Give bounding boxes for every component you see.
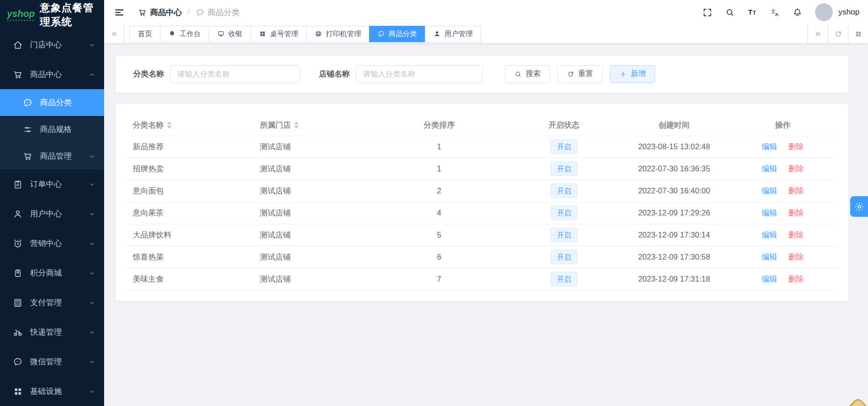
breadcrumb-separator: /	[188, 8, 190, 17]
order-icon	[13, 179, 23, 190]
tab[interactable]: 首页	[129, 26, 160, 42]
form-button[interactable]: 重置	[558, 65, 603, 83]
sidebar-item[interactable]: 商品中心	[0, 60, 104, 89]
store-name-input[interactable]	[356, 65, 483, 83]
breadcrumb-section[interactable]: 商品中心	[150, 7, 182, 18]
edit-link[interactable]: 编辑	[762, 164, 777, 173]
grid-filled-icon	[854, 30, 862, 38]
table-column-header[interactable]: 创建时间	[620, 115, 729, 136]
tab[interactable]: 工作台	[160, 26, 209, 42]
category-table: 分类名称 所属门店	[127, 115, 837, 291]
top-header: 商品中心 / 商品分类 TT 文A yshop	[104, 0, 868, 24]
status-badge: 开启	[551, 228, 578, 242]
cell-created: 2023-08-15 13:02:48	[620, 136, 729, 158]
sidebar-item[interactable]: 营销中心	[0, 229, 104, 258]
bell-icon[interactable]	[793, 8, 802, 17]
comment-icon	[377, 30, 385, 38]
category-name-input[interactable]	[170, 65, 300, 83]
sidebar-item[interactable]: 快递管理	[0, 317, 104, 347]
table-column-header[interactable]: 分类名称	[127, 115, 254, 136]
sidebar-item[interactable]: 积分商城	[0, 258, 104, 288]
status-badge: 开启	[551, 250, 578, 264]
chevron-down-icon	[88, 153, 96, 160]
sidebar-item[interactable]: 商品规格	[0, 116, 104, 143]
edit-link[interactable]: 编辑	[762, 253, 777, 261]
fullscreen-icon[interactable]	[702, 8, 712, 17]
chevron-up-icon	[88, 71, 96, 78]
sidebar-item[interactable]: 支付管理	[0, 288, 104, 317]
cell-sort: 4	[370, 202, 508, 224]
sort-carets-icon[interactable]	[294, 122, 299, 129]
tab[interactable]: 桌号管理	[250, 26, 307, 42]
edit-link[interactable]: 编辑	[762, 230, 777, 239]
hamburger-icon[interactable]	[114, 7, 125, 18]
sidebar-item[interactable]: 用户中心	[0, 199, 104, 229]
table-row: 惊喜热菜 测试店铺 6 开启 2023-12-09 17:30:58 编辑 删除	[127, 246, 837, 268]
delete-link[interactable]: 删除	[788, 253, 804, 261]
delete-link[interactable]: 删除	[788, 208, 804, 217]
sidebar-item[interactable]: 订单中心	[0, 169, 104, 199]
table-column-header[interactable]: 操作	[728, 115, 837, 136]
sidebar-item-label: 快递管理	[30, 327, 88, 337]
sidebar-item[interactable]: 商品分类	[0, 89, 104, 116]
bike-icon	[13, 327, 23, 337]
status-badge: 开启	[551, 184, 578, 198]
bell-filled-icon	[168, 30, 176, 38]
cell-sort: 6	[370, 246, 508, 268]
tab[interactable]: 打印机管理	[306, 26, 370, 42]
form-button[interactable]: 新增	[610, 65, 655, 83]
sidebar-item-label: 订单中心	[30, 179, 88, 190]
delete-link[interactable]: 删除	[788, 230, 804, 239]
fontsize-icon[interactable]: TT	[747, 8, 757, 17]
settings-fab[interactable]	[850, 196, 868, 217]
delete-link[interactable]: 删除	[788, 164, 804, 173]
chevron-down-icon	[88, 269, 96, 277]
search-icon[interactable]	[725, 8, 735, 17]
breadcrumb-page: 商品分类	[208, 7, 240, 18]
medal-icon	[13, 268, 23, 278]
search-icon	[514, 70, 522, 78]
delete-link[interactable]: 删除	[788, 186, 804, 195]
edit-link[interactable]: 编辑	[762, 208, 777, 217]
tab[interactable]: 用户管理	[425, 26, 481, 42]
translate-icon[interactable]: 文A	[770, 8, 780, 17]
cell-created: 2023-12-09 17:31:18	[620, 268, 729, 290]
tab[interactable]: 商品分类	[369, 26, 425, 42]
sort-carets-icon[interactable]	[167, 122, 172, 129]
clock-icon	[13, 238, 23, 249]
form-button[interactable]: 搜索	[505, 65, 550, 83]
main-content: 分类名称 店铺名称 搜索 重置 新增	[104, 0, 868, 301]
tabs-scroll-left-button[interactable]	[104, 24, 124, 43]
cell-category-name: 新品推荐	[127, 136, 254, 158]
delete-link[interactable]: 删除	[788, 275, 804, 283]
cart-icon	[13, 69, 23, 80]
tab[interactable]: 收银	[209, 26, 251, 42]
app-title: 意象点餐管理系统	[40, 1, 104, 29]
layout-panel-button[interactable]	[848, 24, 868, 43]
status-badge: 开启	[551, 161, 578, 176]
table-column-header[interactable]: 所属门店	[254, 115, 370, 136]
table-row: 美味主食 测试店铺 7 开启 2023-12-09 17:31:18 编辑 删除	[127, 268, 837, 290]
search-buttons: 搜索 重置 新增	[505, 65, 655, 83]
edit-link[interactable]: 编辑	[762, 186, 777, 195]
sidebar-item[interactable]: 商品管理	[0, 143, 104, 169]
table-column-header[interactable]: 开启状态	[508, 115, 620, 136]
avatar[interactable]	[815, 3, 833, 21]
table-column-header[interactable]: 分类排序	[370, 115, 508, 136]
store-name-label: 店铺名称	[319, 69, 350, 79]
refresh-tab-button[interactable]	[828, 24, 848, 43]
tabs-bar: 首页 工作台 收银 桌号管理 打印机管理	[104, 24, 868, 44]
table-row: 大品牌饮料 测试店铺 5 开启 2023-12-09 17:30:14 编辑 删…	[127, 224, 837, 246]
printer-icon	[315, 30, 322, 38]
sidebar-item[interactable]: 微信管理	[0, 347, 104, 376]
sidebar-item[interactable]: 基础设施	[0, 376, 104, 406]
sidebar-item[interactable]: 门店中心	[0, 30, 104, 60]
sidebar-item-label: 基础设施	[30, 386, 88, 397]
search-form: 分类名称 店铺名称 搜索 重置 新增	[115, 55, 849, 93]
edit-link[interactable]: 编辑	[762, 275, 777, 283]
delete-link[interactable]: 删除	[788, 142, 804, 151]
infra-icon	[13, 386, 23, 397]
tabs-scroll-right-button[interactable]	[808, 24, 828, 43]
cell-created: 2022-07-30 16:36:35	[620, 158, 729, 180]
edit-link[interactable]: 编辑	[762, 142, 777, 151]
